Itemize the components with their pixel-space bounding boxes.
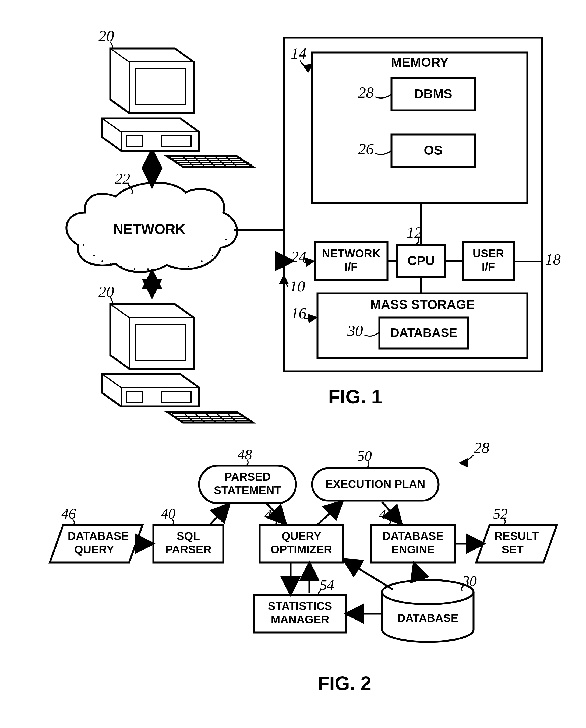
database-engine-l2: ENGINE bbox=[391, 543, 434, 556]
database-cyl-label: DATABASE bbox=[397, 612, 458, 624]
fig2-caption: FIG. 2 bbox=[318, 673, 371, 694]
svg-point-10 bbox=[147, 268, 149, 270]
svg-point-18 bbox=[225, 239, 227, 240]
svg-point-7 bbox=[109, 263, 111, 264]
database-cylinder bbox=[382, 580, 474, 642]
database-engine-l1: DATABASE bbox=[382, 530, 444, 542]
svg-point-12 bbox=[174, 267, 176, 268]
sql-parser-l2: PARSER bbox=[165, 543, 211, 556]
ref-44: 44 bbox=[379, 506, 393, 523]
figure-1: MEMORY DBMS 28 OS 26 14 NETWORK I/F CPU … bbox=[66, 27, 561, 422]
memory-box bbox=[312, 52, 527, 203]
dbms-label: DBMS bbox=[414, 87, 452, 101]
fig1-caption: FIG. 1 bbox=[328, 386, 382, 408]
svg-point-14 bbox=[201, 260, 203, 262]
svg-point-8 bbox=[120, 266, 122, 267]
network-if-label-2: I/F bbox=[345, 261, 358, 273]
database-label: DATABASE bbox=[391, 326, 457, 340]
ref-10: 10 bbox=[290, 278, 305, 295]
ref-20-top: 20 bbox=[99, 27, 114, 45]
mass-storage-label: MASS STORAGE bbox=[370, 297, 475, 312]
ref-28: 28 bbox=[358, 84, 374, 101]
figure-2: 28 DATABASE QUERY 46 SQL PARSER 40 PARSE… bbox=[50, 439, 557, 694]
execution-plan-label: EXECUTION PLAN bbox=[325, 478, 425, 490]
query-optimizer-l2: OPTIMIZER bbox=[271, 543, 332, 556]
ref-12: 12 bbox=[406, 224, 422, 241]
ref-46: 46 bbox=[61, 506, 76, 522]
cpu-label: CPU bbox=[407, 254, 434, 268]
svg-point-45 bbox=[382, 580, 474, 604]
user-if-label-2: I/F bbox=[482, 261, 495, 273]
ref-40: 40 bbox=[161, 506, 176, 522]
svg-rect-23 bbox=[136, 69, 186, 105]
svg-rect-34 bbox=[127, 392, 142, 402]
svg-point-13 bbox=[188, 266, 189, 267]
database-query-l2: QUERY bbox=[74, 543, 114, 556]
ref-52: 52 bbox=[493, 506, 508, 522]
os-label: OS bbox=[424, 143, 442, 157]
ref-18: 18 bbox=[545, 251, 561, 268]
ref-30: 30 bbox=[347, 322, 363, 339]
svg-point-17 bbox=[83, 244, 84, 246]
svg-rect-35 bbox=[136, 324, 186, 361]
ref-26: 26 bbox=[358, 140, 374, 158]
svg-line-55 bbox=[344, 560, 393, 590]
stats-mgr-l1: STATISTICS bbox=[268, 600, 332, 612]
ref-48: 48 bbox=[238, 446, 252, 463]
sql-parser-l1: SQL bbox=[177, 530, 200, 542]
svg-point-16 bbox=[220, 247, 221, 249]
client-computer-bottom bbox=[102, 304, 253, 422]
network-label: NETWORK bbox=[113, 221, 186, 237]
svg-rect-22 bbox=[127, 136, 142, 147]
svg-line-56 bbox=[414, 564, 420, 580]
database-query-l1: DATABASE bbox=[68, 530, 129, 542]
svg-point-9 bbox=[134, 268, 135, 270]
svg-point-5 bbox=[94, 255, 95, 257]
result-set-l2: SET bbox=[502, 543, 524, 556]
ref-28-fig2: 28 bbox=[474, 439, 489, 457]
ref-20-bottom: 20 bbox=[99, 283, 114, 300]
network-if-label-1: NETWORK bbox=[322, 247, 380, 260]
memory-label: MEMORY bbox=[391, 55, 449, 70]
svg-line-47 bbox=[210, 504, 229, 525]
svg-line-49 bbox=[318, 502, 342, 525]
query-optimizer-l1: QUERY bbox=[282, 530, 321, 542]
result-set-l1: RESULT bbox=[495, 530, 539, 542]
svg-point-15 bbox=[212, 255, 213, 257]
ref-50: 50 bbox=[357, 448, 372, 464]
ref-30-fig2: 30 bbox=[462, 573, 477, 589]
parsed-statement-l1: PARSED bbox=[224, 470, 271, 483]
parsed-statement-l2: STATEMENT bbox=[214, 484, 282, 497]
ref-14: 14 bbox=[291, 45, 307, 62]
svg-point-11 bbox=[161, 267, 162, 268]
ref-54: 54 bbox=[320, 577, 334, 593]
user-if-label-1: USER bbox=[473, 247, 504, 260]
client-computer-top bbox=[102, 48, 253, 167]
svg-point-6 bbox=[101, 260, 103, 262]
svg-rect-33 bbox=[161, 392, 191, 402]
stats-mgr-l2: MANAGER bbox=[271, 613, 329, 626]
svg-rect-21 bbox=[161, 136, 191, 147]
